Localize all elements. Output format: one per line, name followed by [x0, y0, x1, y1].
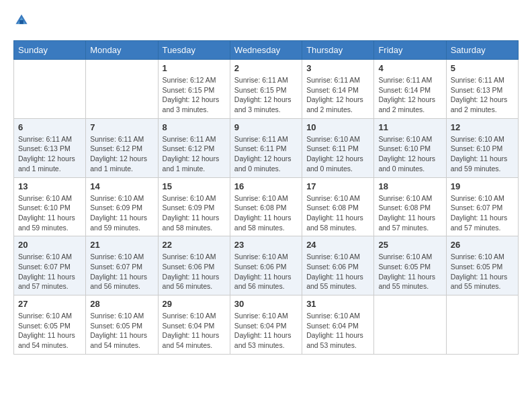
calendar-day-cell: 5Sunrise: 6:11 AMSunset: 6:13 PMDaylight… [446, 60, 518, 119]
calendar-day-cell [86, 60, 158, 119]
day-number: 18 [378, 181, 441, 191]
day-detail: Sunrise: 6:10 AMSunset: 6:08 PMDaylight:… [306, 193, 369, 233]
calendar-day-cell: 28Sunrise: 6:10 AMSunset: 6:05 PMDayligh… [86, 295, 158, 355]
day-detail: Sunrise: 6:10 AMSunset: 6:07 PMDaylight:… [18, 252, 81, 291]
day-number: 16 [234, 181, 298, 191]
day-of-week-header: Wednesday [230, 41, 302, 60]
day-number: 4 [378, 63, 441, 73]
day-number: 2 [234, 63, 298, 73]
day-detail: Sunrise: 6:10 AMSunset: 6:05 PMDaylight:… [378, 252, 441, 291]
day-number: 19 [451, 181, 514, 191]
calendar-day-cell: 8Sunrise: 6:11 AMSunset: 6:12 PMDaylight… [158, 118, 230, 177]
calendar-day-cell: 30Sunrise: 6:10 AMSunset: 6:04 PMDayligh… [230, 295, 302, 355]
calendar-day-cell: 11Sunrise: 6:10 AMSunset: 6:10 PMDayligh… [374, 118, 446, 177]
calendar-day-cell: 27Sunrise: 6:10 AMSunset: 6:05 PMDayligh… [14, 295, 86, 355]
calendar-day-cell: 7Sunrise: 6:11 AMSunset: 6:12 PMDaylight… [86, 118, 158, 177]
day-number: 24 [306, 240, 369, 250]
svg-rect-2 [19, 20, 24, 24]
day-number: 7 [90, 122, 153, 132]
day-number: 26 [451, 240, 514, 250]
calendar-day-cell [446, 295, 518, 355]
calendar-day-cell: 22Sunrise: 6:10 AMSunset: 6:06 PMDayligh… [158, 236, 230, 295]
calendar-day-cell: 4Sunrise: 6:11 AMSunset: 6:14 PMDaylight… [374, 60, 446, 119]
day-detail: Sunrise: 6:10 AMSunset: 6:04 PMDaylight:… [306, 311, 369, 351]
calendar-day-cell [14, 60, 86, 119]
calendar-day-cell: 1Sunrise: 6:12 AMSunset: 6:15 PMDaylight… [158, 60, 230, 119]
calendar-day-cell: 20Sunrise: 6:10 AMSunset: 6:07 PMDayligh… [14, 236, 86, 295]
calendar-day-cell: 15Sunrise: 6:10 AMSunset: 6:09 PMDayligh… [158, 177, 230, 236]
calendar-day-cell [374, 295, 446, 355]
day-of-week-header: Sunday [14, 41, 86, 60]
day-of-week-header: Monday [86, 41, 158, 60]
day-detail: Sunrise: 6:10 AMSunset: 6:08 PMDaylight:… [378, 193, 441, 233]
day-number: 6 [18, 122, 81, 132]
day-detail: Sunrise: 6:10 AMSunset: 6:09 PMDaylight:… [163, 193, 226, 233]
day-detail: Sunrise: 6:10 AMSunset: 6:09 PMDaylight:… [90, 193, 153, 233]
calendar-table: SundayMondayTuesdayWednesdayThursdayFrid… [13, 40, 519, 355]
calendar-week-row: 13Sunrise: 6:10 AMSunset: 6:10 PMDayligh… [14, 177, 519, 236]
day-detail: Sunrise: 6:11 AMSunset: 6:12 PMDaylight:… [90, 134, 153, 174]
day-number: 20 [18, 240, 81, 250]
day-detail: Sunrise: 6:10 AMSunset: 6:08 PMDaylight:… [234, 193, 298, 233]
day-detail: Sunrise: 6:10 AMSunset: 6:11 PMDaylight:… [306, 134, 369, 174]
day-number: 31 [306, 299, 369, 309]
calendar-day-cell: 10Sunrise: 6:10 AMSunset: 6:11 PMDayligh… [302, 118, 374, 177]
day-detail: Sunrise: 6:10 AMSunset: 6:07 PMDaylight:… [90, 252, 153, 291]
day-detail: Sunrise: 6:10 AMSunset: 6:06 PMDaylight:… [163, 252, 226, 291]
day-number: 30 [234, 299, 298, 309]
day-of-week-header: Thursday [302, 41, 374, 60]
day-detail: Sunrise: 6:10 AMSunset: 6:05 PMDaylight:… [90, 311, 153, 351]
day-number: 21 [90, 240, 153, 250]
calendar-day-cell: 23Sunrise: 6:10 AMSunset: 6:06 PMDayligh… [230, 236, 302, 295]
day-number: 11 [378, 122, 441, 132]
day-number: 27 [18, 299, 81, 309]
day-number: 23 [234, 240, 298, 250]
day-detail: Sunrise: 6:10 AMSunset: 6:10 PMDaylight:… [451, 134, 514, 174]
day-of-week-header: Tuesday [158, 41, 230, 60]
calendar-day-cell: 26Sunrise: 6:10 AMSunset: 6:05 PMDayligh… [446, 236, 518, 295]
calendar-day-cell: 2Sunrise: 6:11 AMSunset: 6:15 PMDaylight… [230, 60, 302, 119]
logo-icon [13, 13, 30, 27]
day-number: 10 [306, 122, 369, 132]
day-number: 25 [378, 240, 441, 250]
calendar-header-row: SundayMondayTuesdayWednesdayThursdayFrid… [14, 41, 519, 60]
day-number: 1 [163, 63, 226, 73]
calendar-day-cell: 31Sunrise: 6:10 AMSunset: 6:04 PMDayligh… [302, 295, 374, 355]
calendar-day-cell: 24Sunrise: 6:10 AMSunset: 6:06 PMDayligh… [302, 236, 374, 295]
calendar-week-row: 1Sunrise: 6:12 AMSunset: 6:15 PMDaylight… [14, 60, 519, 119]
day-number: 12 [451, 122, 514, 132]
day-detail: Sunrise: 6:10 AMSunset: 6:05 PMDaylight:… [18, 311, 81, 351]
day-detail: Sunrise: 6:10 AMSunset: 6:10 PMDaylight:… [18, 193, 81, 233]
day-detail: Sunrise: 6:12 AMSunset: 6:15 PMDaylight:… [163, 75, 226, 115]
day-number: 8 [163, 122, 226, 132]
day-detail: Sunrise: 6:10 AMSunset: 6:06 PMDaylight:… [306, 252, 369, 291]
calendar-week-row: 20Sunrise: 6:10 AMSunset: 6:07 PMDayligh… [14, 236, 519, 295]
day-number: 9 [234, 122, 298, 132]
day-number: 15 [163, 181, 226, 191]
day-detail: Sunrise: 6:11 AMSunset: 6:13 PMDaylight:… [451, 75, 514, 115]
day-detail: Sunrise: 6:11 AMSunset: 6:14 PMDaylight:… [378, 75, 441, 115]
calendar-day-cell: 17Sunrise: 6:10 AMSunset: 6:08 PMDayligh… [302, 177, 374, 236]
day-detail: Sunrise: 6:10 AMSunset: 6:10 PMDaylight:… [378, 134, 441, 174]
calendar-day-cell: 19Sunrise: 6:10 AMSunset: 6:07 PMDayligh… [446, 177, 518, 236]
logo [13, 13, 32, 30]
calendar-day-cell: 9Sunrise: 6:11 AMSunset: 6:11 PMDaylight… [230, 118, 302, 177]
day-detail: Sunrise: 6:11 AMSunset: 6:11 PMDaylight:… [234, 134, 298, 174]
day-detail: Sunrise: 6:11 AMSunset: 6:12 PMDaylight:… [163, 134, 226, 174]
day-detail: Sunrise: 6:10 AMSunset: 6:05 PMDaylight:… [451, 252, 514, 291]
day-detail: Sunrise: 6:10 AMSunset: 6:06 PMDaylight:… [234, 252, 298, 291]
day-number: 5 [451, 63, 514, 73]
day-detail: Sunrise: 6:11 AMSunset: 6:15 PMDaylight:… [234, 75, 298, 115]
day-detail: Sunrise: 6:10 AMSunset: 6:07 PMDaylight:… [451, 193, 514, 233]
day-of-week-header: Saturday [446, 41, 518, 60]
calendar-day-cell: 25Sunrise: 6:10 AMSunset: 6:05 PMDayligh… [374, 236, 446, 295]
page-header [13, 13, 519, 30]
day-number: 3 [306, 63, 369, 73]
calendar-day-cell: 14Sunrise: 6:10 AMSunset: 6:09 PMDayligh… [86, 177, 158, 236]
calendar-week-row: 27Sunrise: 6:10 AMSunset: 6:05 PMDayligh… [14, 295, 519, 355]
day-number: 17 [306, 181, 369, 191]
day-of-week-header: Friday [374, 41, 446, 60]
day-detail: Sunrise: 6:11 AMSunset: 6:14 PMDaylight:… [306, 75, 369, 115]
calendar-day-cell: 16Sunrise: 6:10 AMSunset: 6:08 PMDayligh… [230, 177, 302, 236]
day-number: 29 [163, 299, 226, 309]
